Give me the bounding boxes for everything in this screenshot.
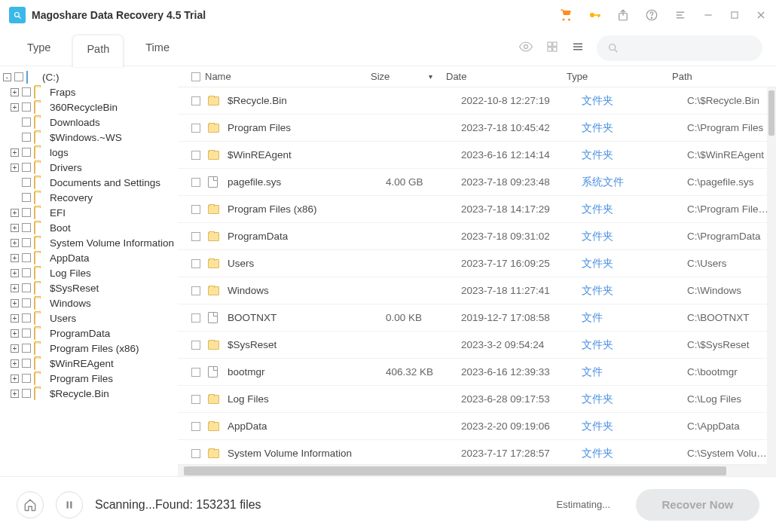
list-view-icon[interactable] xyxy=(571,40,585,57)
tree-item[interactable]: +ProgramData xyxy=(2,326,176,341)
tree-checkbox[interactable] xyxy=(22,268,31,277)
tree-checkbox[interactable] xyxy=(22,118,31,127)
tree-item[interactable]: +Users xyxy=(2,310,176,326)
tree-checkbox[interactable] xyxy=(22,298,31,307)
row-checkbox[interactable] xyxy=(191,422,200,431)
expand-icon[interactable]: - xyxy=(3,73,11,81)
tree-item[interactable]: Downloads xyxy=(2,115,176,130)
tab-type[interactable]: Type xyxy=(14,34,64,63)
tree-item[interactable]: +Log Files xyxy=(2,265,176,280)
home-button[interactable] xyxy=(17,491,44,518)
row-checkbox[interactable] xyxy=(191,449,200,458)
tab-time[interactable]: Time xyxy=(132,34,183,63)
row-checkbox[interactable] xyxy=(191,395,200,404)
expand-icon[interactable]: + xyxy=(11,148,19,157)
tree-item[interactable]: +Boot xyxy=(2,220,176,235)
share-icon[interactable] xyxy=(616,8,630,22)
tree-checkbox[interactable] xyxy=(22,133,31,142)
grid-view-icon[interactable] xyxy=(545,40,559,57)
tree-checkbox[interactable] xyxy=(22,102,31,112)
select-all-checkbox[interactable] xyxy=(191,72,200,81)
file-row[interactable]: Log Files2023-6-28 09:17:53文件夹C:\Log Fil… xyxy=(178,386,776,413)
row-checkbox[interactable] xyxy=(191,96,200,105)
file-row[interactable]: AppData2023-2-20 09:19:06文件夹C:\AppData xyxy=(178,413,776,440)
tree-item[interactable]: +EFI xyxy=(2,205,176,220)
tree-item[interactable]: +360RecycleBin xyxy=(2,99,176,115)
tree-item[interactable]: +System Volume Information xyxy=(2,235,176,250)
expand-icon[interactable]: + xyxy=(11,209,19,217)
folder-tree[interactable]: -(C:)+Fraps+360RecycleBinDownloads$Windo… xyxy=(0,66,178,476)
expand-icon[interactable]: + xyxy=(11,284,19,292)
preview-icon[interactable] xyxy=(518,39,533,57)
tree-checkbox[interactable] xyxy=(22,178,31,187)
recover-button[interactable]: Recover Now xyxy=(636,489,759,521)
file-rows[interactable]: $Recycle.Bin2022-10-8 12:27:19文件夹C:\$Rec… xyxy=(178,87,776,464)
tree-item[interactable]: +$Recycle.Bin xyxy=(2,386,176,401)
row-checkbox[interactable] xyxy=(191,368,200,377)
expand-icon[interactable]: + xyxy=(11,375,19,383)
vertical-scrollbar[interactable] xyxy=(767,87,776,476)
tree-item[interactable]: $Windows.~WS xyxy=(2,130,176,145)
expand-icon[interactable]: + xyxy=(11,224,19,232)
row-checkbox[interactable] xyxy=(191,178,200,187)
expand-icon[interactable]: + xyxy=(11,314,19,323)
file-row[interactable]: Program Files2023-7-18 10:45:42文件夹C:\Pro… xyxy=(178,115,776,142)
tree-checkbox[interactable] xyxy=(22,389,31,398)
close-icon[interactable] xyxy=(755,9,767,21)
row-checkbox[interactable] xyxy=(191,341,200,350)
tree-checkbox[interactable] xyxy=(22,374,31,383)
tree-item[interactable]: +$SysReset xyxy=(2,280,176,295)
tree-item[interactable]: +logs xyxy=(2,145,176,160)
col-size[interactable]: Size▾ xyxy=(371,71,446,82)
tree-item[interactable]: +Windows xyxy=(2,295,176,310)
expand-icon[interactable]: + xyxy=(11,269,19,277)
minimize-icon[interactable] xyxy=(702,9,714,21)
tree-checkbox[interactable] xyxy=(22,193,31,202)
tree-checkbox[interactable] xyxy=(22,359,31,368)
expand-icon[interactable]: + xyxy=(11,329,19,338)
tree-checkbox[interactable] xyxy=(22,238,31,247)
tree-checkbox[interactable] xyxy=(22,208,31,217)
tree-item[interactable]: +Program Files xyxy=(2,371,176,386)
file-row[interactable]: Users2023-7-17 16:09:25文件夹C:\Users xyxy=(178,250,776,277)
tree-item[interactable]: +Drivers xyxy=(2,160,176,175)
row-checkbox[interactable] xyxy=(191,286,200,295)
row-checkbox[interactable] xyxy=(191,151,200,160)
tab-path[interactable]: Path xyxy=(73,35,123,67)
file-row[interactable]: $Recycle.Bin2022-10-8 12:27:19文件夹C:\$Rec… xyxy=(178,87,776,115)
expand-icon[interactable]: + xyxy=(11,239,19,247)
expand-icon[interactable]: + xyxy=(11,344,19,353)
tree-checkbox[interactable] xyxy=(22,329,31,338)
file-row[interactable]: $WinREAgent2023-6-16 12:14:14文件夹C:\$WinR… xyxy=(178,142,776,169)
row-checkbox[interactable] xyxy=(191,124,200,133)
col-type[interactable]: Type xyxy=(567,71,672,82)
file-row[interactable]: bootmgr406.32 KB2023-6-16 12:39:33文件C:\b… xyxy=(178,359,776,386)
maximize-icon[interactable] xyxy=(729,10,740,20)
col-date[interactable]: Date xyxy=(446,71,567,82)
tree-checkbox[interactable] xyxy=(22,344,31,353)
help-icon[interactable] xyxy=(645,8,658,22)
tree-item[interactable]: Recovery xyxy=(2,190,176,205)
col-path[interactable]: Path xyxy=(672,71,776,82)
file-row[interactable]: ProgramData2023-7-18 09:31:02文件夹C:\Progr… xyxy=(178,223,776,250)
expand-icon[interactable]: + xyxy=(11,164,19,172)
horizontal-scrollbar[interactable] xyxy=(178,464,776,476)
tree-checkbox[interactable] xyxy=(22,313,31,323)
cart-icon[interactable] xyxy=(559,8,573,22)
expand-icon[interactable]: + xyxy=(11,390,19,398)
row-checkbox[interactable] xyxy=(191,259,200,268)
tree-checkbox[interactable] xyxy=(22,87,31,96)
col-name[interactable]: Name xyxy=(191,71,371,82)
file-row[interactable]: $SysReset2023-3-2 09:54:24文件夹C:\$SysRese… xyxy=(178,332,776,359)
expand-icon[interactable]: + xyxy=(11,299,19,307)
tree-checkbox[interactable] xyxy=(22,148,31,157)
tree-checkbox[interactable] xyxy=(22,163,31,172)
tree-checkbox[interactable] xyxy=(22,223,31,232)
file-row[interactable]: System Volume Information2023-7-17 17:28… xyxy=(178,440,776,464)
expand-icon[interactable]: + xyxy=(11,88,19,96)
tree-item[interactable]: +AppData xyxy=(2,250,176,265)
menu-icon[interactable] xyxy=(674,8,687,22)
tree-item[interactable]: +$WinREAgent xyxy=(2,356,176,371)
expand-icon[interactable]: + xyxy=(11,103,19,112)
searchbox[interactable] xyxy=(597,35,762,61)
